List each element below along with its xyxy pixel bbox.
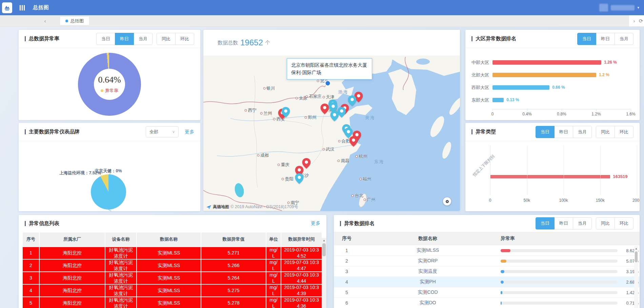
city-label-石家庄: 石家庄 [305,94,322,100]
tabs-refresh-icon[interactable]: ⟳ [639,17,643,25]
tabs-scroll-right-icon[interactable]: › [630,17,639,25]
period-tab-当日[interactable]: 当日 [577,33,596,45]
period-tab-当日[interactable]: 当日 [536,126,555,138]
period-tab-同比[interactable]: 同比 [157,33,176,45]
scroll-up-icon: ▲ [322,238,326,243]
map-marker-blue-icon[interactable] [281,107,290,119]
amap-logo-icon [206,204,212,210]
city-label-银川: 银川 [263,85,275,91]
donut-legend[interactable]: 异常率 [101,88,118,94]
period-tab-当月[interactable]: 当月 [573,126,592,138]
brand-filter-select[interactable]: 全部 ∨ [146,126,179,137]
sea-label: 黄海 [365,115,375,121]
sidebar-collapse-icon[interactable] [20,5,25,10]
column-header: 数据异常时间 [281,232,322,247]
app-logo [2,2,12,13]
city-dot-icon [322,148,325,150]
column-header: 数据异常值 [201,232,266,247]
city-dot-icon [287,202,289,204]
app-header: 总括图 ▾ [0,0,644,15]
region-bar-row: 东部大区0.13 % [471,94,631,106]
city-dot-icon [356,155,358,157]
tabs-scroll-left-icon[interactable]: ‹ [41,17,49,25]
region-axis [492,109,631,111]
sea-label: 渤海 [338,89,348,95]
map-marker-blue-icon[interactable] [330,111,339,123]
rank-row[interactable]: 1实测MLSS8.62% [334,245,640,256]
selected-station-dot-icon[interactable] [326,81,330,86]
map-locate-button[interactable] [443,197,451,205]
rank-row[interactable]: 4实测PH2.68% [334,277,640,287]
card-brand-anomaly: 主要数据异常仪表品牌 全部 ∨ 更多 北京天健：0% 上海益伦环境：7.52% … [19,123,200,211]
column-header: 所属水厂 [39,232,105,247]
user-menu[interactable]: ▾ [599,0,639,15]
period-tab-同比[interactable]: 同比 [596,126,615,138]
card-title: 异常信息列表 [25,220,59,227]
brand-pie-chart: 北京天健：0% 上海益伦环境：7.52% 未知制造商：92.48% [19,141,200,209]
period-tab-当月[interactable]: 当月 [573,217,592,229]
map-marker-blue-icon[interactable] [348,95,357,107]
city-label-台北: 台北 [351,193,363,199]
period-tab-昨日[interactable]: 昨日 [115,33,134,45]
period-tab-当日[interactable]: 当日 [536,217,555,229]
rank-table-body: 1实测MLSS8.62%2实测ORP5.07%3实测温度3.19%4实测PH2.… [334,245,640,308]
rank-row[interactable]: 5实测COD1.42% [334,287,640,298]
avatar [599,4,608,12]
city-dot-icon [257,154,259,157]
legend-dot-icon [101,89,103,92]
map-marker-blue-icon[interactable] [295,173,304,185]
city-dot-icon [338,140,340,142]
period-tabs: 当日昨日当月 [577,33,633,45]
table-row[interactable]: 3海阳北控好氧池污泥浓度计实测MLSS5.264mg/L2019-07-03 1… [22,272,322,284]
city-dot-icon [260,112,262,115]
city-label-贵阳: 贵阳 [282,176,294,182]
rank-row[interactable]: 2实测ORP5.07% [334,256,640,266]
page-title: 总括图 [33,4,49,11]
locate-icon [446,200,449,203]
tab-active-dot-icon [65,20,68,22]
period-tab-昨日[interactable]: 昨日 [554,217,573,229]
city-dot-icon [317,80,319,82]
info-table-scrollbar[interactable]: ▲ ▼ [322,238,326,308]
data-total-label: 数据总数 [218,40,238,46]
pie-label-unknown: 未知制造商：92.48% [102,211,142,211]
city-dot-icon [273,118,276,120]
rank-row[interactable]: 3实测温度3.19% [334,266,640,277]
view-tab-label: 总括图 [71,18,84,24]
table-row[interactable]: 4海阳北控好氧池污泥浓度计实测MLSS5.275mg/L2019-07-03 1… [22,284,322,297]
rank-table-scrollbar[interactable]: ▲ ▼ [634,246,638,308]
map-canvas[interactable]: 渤海黄海东海北京银川太原石家庄天津西宁兰州济南郑州西安合肥南京武汉杭州南昌成都重… [203,56,460,211]
table-row[interactable]: 2海阳北控好氧池污泥浓度计实测MLSS5.266mg/L2019-07-03 1… [22,259,322,272]
map-marker-red-icon[interactable] [321,104,329,115]
period-tab-当日[interactable]: 当日 [96,33,115,45]
city-dot-icon [305,95,308,98]
table-row[interactable]: 5海阳北控好氧池污泥浓度计实测MLSS5.278mg/L2019-07-03 1… [22,297,322,308]
city-label-成都: 成都 [257,153,269,158]
pie-label-shanghai: 上海益伦环境：7.52% [59,170,101,176]
period-tab-环比[interactable]: 环比 [615,126,633,138]
info-list-more-link[interactable]: 更多 [311,220,320,226]
period-tab-当月[interactable]: 当月 [615,33,633,45]
map-marker-red-icon[interactable] [349,136,358,148]
brand-more-link[interactable]: 更多 [185,129,194,135]
view-tab-overview[interactable]: 总括图 [60,16,89,25]
dashboard: 总数据异常率 当日昨日当月同比环比 0.64% 异常率 主要数据异常仪表品牌 全… [0,27,644,308]
period-tab-环比[interactable]: 环比 [175,33,194,45]
rank-row[interactable]: 6实测DO0.71% [334,298,640,308]
period-tab-昨日[interactable]: 昨日 [596,33,615,45]
period-tab-同比[interactable]: 同比 [596,217,615,229]
card-anomaly-info-list: 异常信息列表 更多 序号所属水厂设备名称数据名称数据异常值单位数据异常时间 1海… [19,215,326,308]
period-tab-当月[interactable]: 当月 [134,33,153,45]
period-tab-环比[interactable]: 环比 [615,217,633,229]
city-label-武汉: 武汉 [322,146,334,152]
period-tab-昨日[interactable]: 昨日 [554,126,573,138]
map-header: 数据总数 19652 个 [203,30,460,56]
city-dot-icon [282,178,284,180]
map-attribution: 高德地图 © 2019 AutoNavi - GS(2018)1709号 [206,204,298,210]
column-header: 设备名称 [105,232,137,247]
card-title: 主要数据异常仪表品牌 [25,129,80,135]
region-bar-row: 西部大区0.66 % [471,81,631,94]
card-map: 数据总数 19652 个 [203,30,460,211]
table-row[interactable]: 1海阳北控好氧池污泥浓度计实测MLSS5.271mg/L2019-07-03 1… [22,247,322,259]
city-label-福州: 福州 [359,176,371,182]
